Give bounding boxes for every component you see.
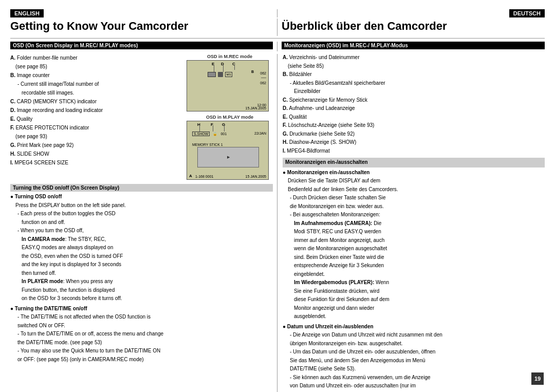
section-bar-left: OSD (On Screen Display in M.REC/ M.PLAY … (10, 42, 273, 49)
de-mon-3: - Durch Drücken dieser Taste schalten Si… (283, 194, 545, 202)
turning-date-6: or OFF: (see page 55) (only in CAMERA/M:… (10, 356, 273, 364)
de-mon-camera-label: Im Aufnahmemodus (CAMERA): Die (283, 220, 545, 228)
de-mon-camera2: immer auf dem Monitor angezeigt, auch (283, 237, 545, 245)
turning-osd-header: ● Turning OSD on/off (10, 193, 273, 201)
de-mon-camera3: wenn die Monitoranzeigen ausgeschaltet (283, 245, 545, 253)
turning-date-4: the DATE/TIME mode. (see page 53) (10, 339, 273, 347)
de-item-e: E. Qualität (283, 114, 545, 121)
turning-osd-camera2: the OSD, even when the OSD is turned OFF (10, 253, 273, 260)
turning-date-2: switched ON or OFF. (10, 322, 273, 330)
turning-osd-press: Press the DISPLAY button on the left sid… (10, 202, 273, 210)
de-item-f: F. Löschschutz-Anzeige (siehe Seite 93) (283, 122, 545, 129)
turning-osd-camera4: then turned off. (10, 270, 273, 277)
de-mon-title: ● Monitoranzeigen ein-/ausschalten (283, 169, 545, 177)
de-datum-4: Sie das Menü, und ändern Sie den Anzeige… (283, 357, 545, 365)
title-english: Getting to Know Your Camcorder (10, 20, 273, 33)
de-mon-1: Drücken Sie die Taste DISPLAY auf dem (283, 177, 545, 185)
turning-osd-camera1: EASY.Q modes are always displayed on (10, 244, 273, 252)
osd-mrec-label: OSD in M.REC mode (187, 54, 273, 59)
de-item-a-ref: (siehe Seite 85) (283, 63, 545, 70)
item-b: B. Image counter (10, 71, 183, 79)
turning-date-3: - To turn the DATE/TIME on or off, acces… (10, 330, 273, 338)
osd-toggle-bar: Turning the OSD on/off (On Screen Displa… (10, 184, 273, 192)
turning-osd-player1: Function button, the function is display… (10, 287, 273, 294)
turning-date-1: - The DATE/TIME is not affected when the… (10, 313, 273, 321)
de-item-c: C. Speicheranzeige für Memory Stick (283, 97, 545, 104)
de-datum-5: DATE/TIME (siehe Seite 53). (283, 365, 545, 373)
de-mon-player4: ausgeblendet. (283, 313, 545, 321)
de-mon-camera5: entsprechende Anzeige für 3 Sekunden (283, 262, 545, 270)
turning-osd-camera3: and the key input is displayed for 3 sec… (10, 261, 273, 269)
page-number: 19 (531, 372, 544, 385)
turning-osd-each: - Each press of the button toggles the O… (10, 210, 273, 218)
lang-english: ENGLISH (10, 9, 44, 17)
turning-osd-each2: function on and off. (10, 219, 273, 227)
item-b-detail: - Current still image/Total number of (10, 80, 183, 88)
label-b-osd: B (251, 70, 254, 73)
title-deutsch: Überblick über den Camcorder (282, 20, 545, 33)
item-h: H. SLIDE SHOW (10, 150, 183, 158)
de-mon-camera1: Modi STBY, REC und EASY.Q werden (283, 228, 545, 236)
de-item-h: H. Diashow-Anzeige (S. SHOW) (283, 139, 545, 146)
item-a-ref: (see page 85) (10, 63, 183, 70)
de-osd-toggle-bar: Monitoranzeigen ein-/ausschalten (283, 158, 545, 167)
turning-osd-when: - When you turn the OSD off, (10, 227, 273, 235)
de-item-d: D. Aufnahme- und Ladeanzeige (283, 105, 545, 113)
de-datum-3: - Um das Datum und die Uhrzeit ein- oder… (283, 348, 545, 356)
turning-date-header: ● Turning the DATE/TIME on/off (10, 305, 273, 313)
de-mon-5: - Bei ausgeschalteten Monitoranzeigen: (283, 211, 545, 219)
de-mon-player3: Monitor angezeigt und dann wieder (283, 305, 545, 312)
section-bar-right: Monitoranzeigen (OSD) im M.REC-/ M.PLAY-… (282, 42, 545, 49)
turning-osd-player2: on the OSD for 3 seconds before it turns… (10, 295, 273, 303)
de-item-b: B. Bildzähler (283, 71, 545, 79)
de-datum-6: - Sie können auch das Kurzmenü verwenden… (283, 374, 545, 382)
item-c: C. CARD (MEMORY STICK) indicator (10, 98, 183, 105)
de-item-g: G. Druckmarke (siehe Seite 92) (283, 130, 545, 138)
osd-mplay-screen: H F G S.SHOW 🔒 001 (187, 121, 269, 180)
de-datum-7: von Datum und Uhrzeit ein- oder auszusch… (283, 382, 545, 390)
item-g: G. Print Mark (see page 92) (10, 141, 183, 149)
de-item-b2: Einzelbilder (283, 88, 545, 96)
de-mon-2: Bedienfeld auf der linken Seite des Camc… (283, 186, 545, 194)
de-mon-camera4: sind. Beim Drücken einer Taste wird die (283, 254, 545, 262)
item-a: A. Folder number-file number (10, 54, 183, 62)
de-item-i: I. MPEG4-Bildformat (283, 147, 545, 155)
item-d: D. Image recording and loading indicator (10, 106, 183, 114)
item-f: F. ERASE PROTECTION indicator (10, 124, 183, 132)
de-item-b1: - Aktuelles Bild/Gesamtzahl speicherbare… (283, 80, 545, 87)
page: ENGLISH DEUTSCH Getting to Know Your Cam… (0, 0, 555, 392)
lang-deutsch: DEUTSCH (509, 9, 545, 17)
de-datum-header: ● Datum und Uhrzeit ein-/ausblenden (283, 323, 545, 331)
de-item-a: A. Verzeichnis- und Dateinummer (283, 54, 545, 62)
item-e: E. Quality (10, 115, 183, 123)
de-mon-player1: Sie eine Funktionstaste drücken, wird (283, 288, 545, 295)
de-datum-2: übrigen Monitoranzeigen ein- bzw. ausges… (283, 340, 545, 348)
turning-osd-camera-label: In CAMERA mode: The STBY, REC, (10, 236, 273, 244)
label-a-bottom: A (189, 174, 192, 178)
osd-mrec-screen: E D C MS (187, 60, 269, 111)
osd-mplay-label: OSD in M.PLAY mode (187, 115, 273, 120)
de-datum-1: - Die Anzeige von Datum und Uhrzeit wird… (283, 331, 545, 339)
de-mon-player-label: Im Wiedergabemodus (PLAYER): Wenn (283, 279, 545, 287)
item-i: I. MPEG4 SCREEN SIZE (10, 159, 183, 166)
turning-osd-player-label: In PLAYER mode: When you press any (10, 278, 273, 286)
de-mon-player2: diese Funktion für drei Sekunden auf dem (283, 296, 545, 304)
de-mon-4: die Monitoranzeigen ein bzw. wieder aus. (283, 203, 545, 211)
de-mon-camera6: eingeblendet. (283, 271, 545, 278)
item-b-detail2: recordable still images. (10, 89, 183, 97)
turning-date-5: - You may also use the Quick Menu to tur… (10, 347, 273, 355)
item-f-ref: (see page 93) (10, 133, 183, 140)
